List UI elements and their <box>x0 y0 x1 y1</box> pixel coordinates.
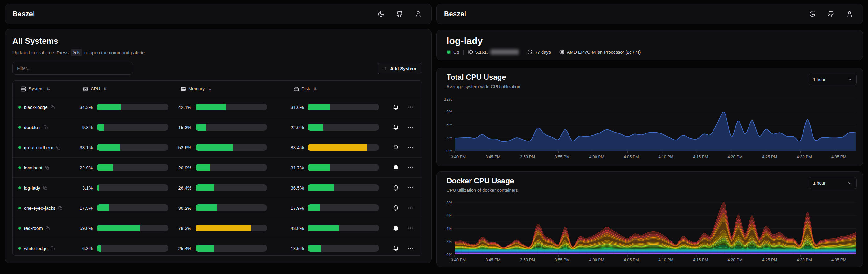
alerts-bell-button[interactable] <box>393 185 399 191</box>
row-menu-button[interactable] <box>407 144 414 151</box>
cpu-percent: 33.1% <box>76 145 93 150</box>
system-row[interactable]: white-lodge 6.3% 25.4% 18.5% <box>13 238 422 256</box>
cpu-meter <box>97 104 168 111</box>
cpu-meter <box>97 245 168 252</box>
svg-text:3:45 PM: 3:45 PM <box>485 155 500 159</box>
memory-percent: 78.3% <box>175 225 191 231</box>
header-actions <box>375 9 423 19</box>
system-name-cell: localhost <box>13 165 76 170</box>
row-menu-button[interactable] <box>407 184 414 191</box>
row-menu-button[interactable] <box>407 225 414 232</box>
sort-icon: ⇅ <box>46 87 50 91</box>
row-menu-button[interactable] <box>407 205 414 211</box>
app-logo: Beszel <box>444 10 466 18</box>
column-label: CPU <box>91 86 100 91</box>
add-system-label: Add System <box>390 66 416 71</box>
copy-icon[interactable] <box>51 105 55 109</box>
disk-percent: 17.9% <box>288 206 304 211</box>
alerts-bell-button[interactable] <box>393 205 399 211</box>
svg-text:4:10 PM: 4:10 PM <box>658 155 674 159</box>
svg-text:4:30 PM: 4:30 PM <box>797 155 811 159</box>
row-menu-button[interactable] <box>407 245 414 252</box>
column-header-cpu[interactable]: CPU ⇅ <box>83 81 107 97</box>
memory-stick-icon <box>181 86 186 92</box>
row-menu-button[interactable] <box>407 164 414 171</box>
alerts-bell-button[interactable] <box>393 165 399 171</box>
alerts-bell-button[interactable] <box>393 245 399 251</box>
copy-icon[interactable] <box>56 146 60 150</box>
copy-icon[interactable] <box>45 166 49 170</box>
memory-percent: 30.2% <box>175 206 191 211</box>
systems-table-header: System ⇅ CPU ⇅ Memory ⇅ Disk ⇅ <box>13 81 422 97</box>
user-icon <box>415 11 422 18</box>
systems-table: System ⇅ CPU ⇅ Memory ⇅ Disk ⇅ black- <box>12 80 422 256</box>
system-row[interactable]: red-room 59.8% 78.3% 43.8% <box>13 218 422 238</box>
system-row[interactable]: one-eyed-jacks 17.5% 30.2% 17.9% <box>13 198 422 218</box>
system-row[interactable]: localhost 22.9% 20.9% 31.7% <box>13 157 422 178</box>
cpu-meter <box>97 225 168 232</box>
cpu-meter <box>97 124 168 131</box>
ip-item: 5.161. <box>468 49 519 55</box>
system-row[interactable]: great-northern 33.1% 52.6% 83.4% <box>13 137 422 157</box>
ellipsis-icon <box>407 205 414 211</box>
copy-icon[interactable] <box>44 125 48 129</box>
column-label: Memory <box>188 86 205 91</box>
cpu-meter <box>97 144 168 151</box>
column-header-memory[interactable]: Memory ⇅ <box>181 81 211 97</box>
svg-text:6%: 6% <box>446 213 452 218</box>
ellipsis-icon <box>407 144 414 151</box>
sort-icon: ⇅ <box>208 87 211 91</box>
alerts-bell-button[interactable] <box>393 145 399 151</box>
svg-text:0%: 0% <box>446 149 452 153</box>
copy-icon[interactable] <box>58 206 62 210</box>
github-button[interactable] <box>394 9 405 19</box>
row-menu-button[interactable] <box>407 104 414 111</box>
moon-star-icon <box>378 11 384 18</box>
user-menu-button[interactable] <box>844 9 855 19</box>
cpu-percent: 9.8% <box>76 125 93 130</box>
svg-text:0%: 0% <box>446 252 452 257</box>
column-header-system[interactable]: System ⇅ <box>21 81 50 97</box>
theme-toggle-button[interactable] <box>375 9 386 19</box>
clock-uptime-icon <box>527 49 532 55</box>
system-row[interactable]: double-r 9.8% 15.3% 22.0% <box>13 117 422 137</box>
system-row[interactable]: black-lodge 34.3% 42.1% 31.6% <box>13 97 422 117</box>
memory-percent: 20.9% <box>175 165 191 170</box>
system-info-card: log-lady Up 5.161. 77 days AMD EPYC-Mila… <box>436 30 863 60</box>
user-menu-button[interactable] <box>413 9 423 19</box>
alerts-bell-button[interactable] <box>393 225 399 231</box>
copy-icon[interactable] <box>51 246 55 250</box>
github-button[interactable] <box>826 9 836 19</box>
copy-icon[interactable] <box>45 226 50 230</box>
memory-percent: 52.6% <box>175 145 191 150</box>
svg-text:6%: 6% <box>446 123 452 127</box>
column-header-disk[interactable]: Disk ⇅ <box>293 81 316 97</box>
system-title: log-lady <box>446 36 483 46</box>
divider <box>555 50 555 55</box>
cpu-icon <box>559 49 564 55</box>
alerts-bell-button[interactable] <box>393 104 399 110</box>
divider <box>523 50 523 55</box>
system-name: red-room <box>24 225 43 231</box>
filter-input[interactable] <box>12 62 133 75</box>
command-palette-kbd: ⌘K <box>71 49 82 56</box>
status-dot <box>18 126 21 129</box>
row-menu-button[interactable] <box>407 124 414 131</box>
memory-meter <box>195 184 267 191</box>
alerts-bell-button[interactable] <box>393 124 399 130</box>
copy-icon[interactable] <box>43 186 47 190</box>
cpu-percent: 3.1% <box>76 185 93 190</box>
disk-meter <box>308 144 379 151</box>
add-system-button[interactable]: Add System <box>378 63 422 74</box>
svg-text:4:25 PM: 4:25 PM <box>762 155 777 159</box>
cpu-model-label: AMD EPYC-Milan Processor (2c / 4t) <box>567 50 641 55</box>
cpu-model-item: AMD EPYC-Milan Processor (2c / 4t) <box>559 49 641 55</box>
github-icon <box>396 11 403 18</box>
sort-icon: ⇅ <box>103 87 107 91</box>
all-systems-panel: All Systems Updated in real time. Press … <box>5 29 432 263</box>
status-dot <box>18 247 21 250</box>
row-actions <box>379 184 422 191</box>
theme-toggle-button[interactable] <box>807 9 817 19</box>
system-row[interactable]: log-lady 3.1% 26.4% 36.5% <box>13 178 422 198</box>
cpu-percent: 22.9% <box>76 165 93 170</box>
